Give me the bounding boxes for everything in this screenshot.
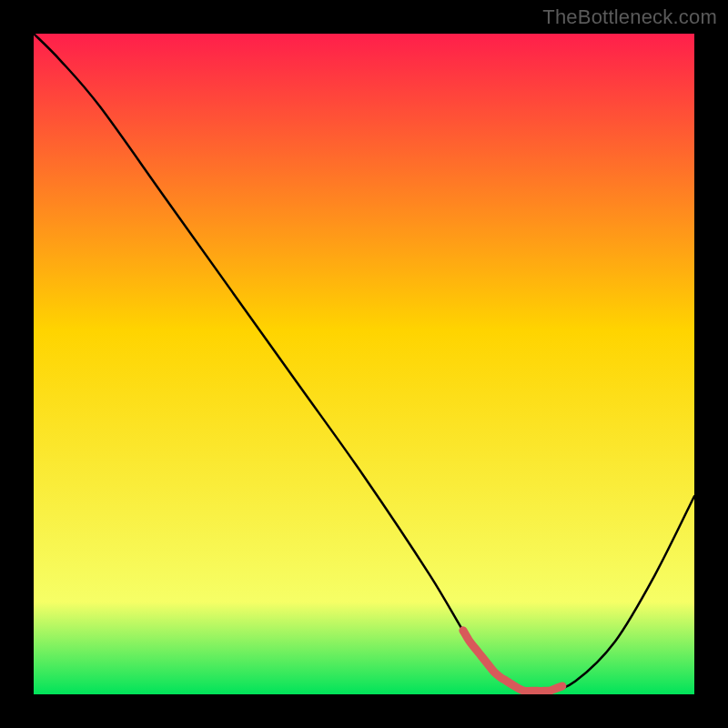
plot-area bbox=[34, 34, 694, 694]
gradient-background bbox=[34, 34, 694, 694]
bottleneck-chart bbox=[34, 34, 694, 694]
chart-frame: TheBottleneck.com bbox=[0, 0, 728, 728]
watermark-text: TheBottleneck.com bbox=[542, 5, 717, 29]
